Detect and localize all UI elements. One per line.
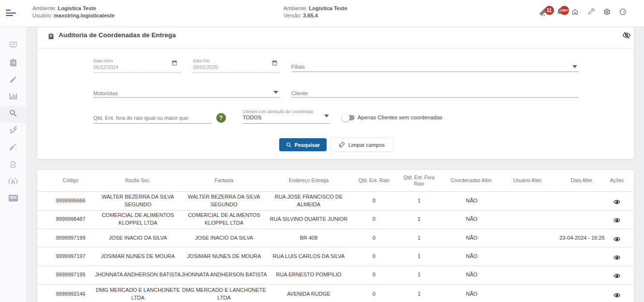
- svg-text:A: A: [11, 178, 15, 186]
